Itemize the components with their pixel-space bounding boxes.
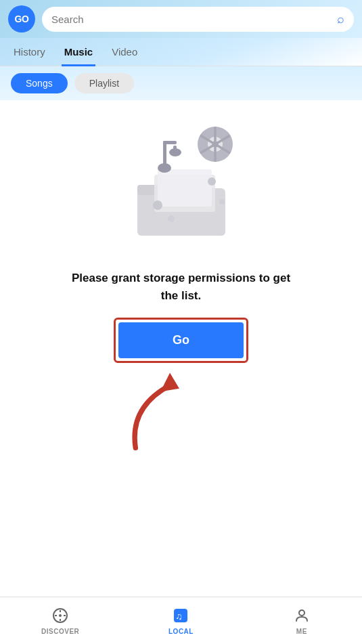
search-input[interactable] bbox=[51, 14, 332, 25]
svg-point-19 bbox=[208, 177, 216, 186]
svg-point-34 bbox=[59, 614, 62, 617]
empty-state-illustration: ♫ bbox=[107, 114, 256, 249]
svg-rect-22 bbox=[163, 141, 166, 169]
svg-point-25 bbox=[169, 148, 181, 156]
compass-icon bbox=[51, 606, 70, 625]
main-content: ♫ bbox=[0, 100, 362, 561]
local-music-icon: ♫ bbox=[171, 606, 190, 625]
bottom-nav: DISCOVER ♫ LOCAL ME bbox=[0, 597, 362, 644]
svg-point-18 bbox=[168, 215, 175, 222]
permission-text: Please grant storage permissions to get … bbox=[66, 270, 296, 304]
me-label: ME bbox=[296, 628, 307, 635]
profile-icon bbox=[292, 606, 311, 625]
arrow-svg bbox=[114, 370, 195, 451]
svg-marker-32 bbox=[160, 373, 179, 392]
tab-history[interactable]: History bbox=[11, 38, 48, 66]
subtab-playlist[interactable]: Playlist bbox=[74, 73, 134, 93]
go-button-highlight: Go bbox=[114, 318, 248, 363]
discover-label: DISCOVER bbox=[41, 628, 79, 635]
subtab-songs[interactable]: Songs bbox=[11, 73, 68, 93]
go-button[interactable]: Go bbox=[118, 322, 244, 358]
svg-text:♫: ♫ bbox=[175, 611, 183, 622]
app-logo[interactable]: GO bbox=[8, 5, 35, 33]
tab-music[interactable]: Music bbox=[62, 38, 96, 66]
sub-tabs: Songs Playlist bbox=[0, 66, 362, 100]
arrow-indicator bbox=[114, 370, 249, 451]
svg-rect-4 bbox=[158, 169, 212, 207]
svg-point-41 bbox=[299, 610, 304, 616]
svg-point-20 bbox=[219, 199, 225, 205]
bottom-nav-me[interactable]: ME bbox=[242, 606, 362, 635]
svg-rect-23 bbox=[163, 141, 177, 144]
bottom-nav-discover[interactable]: DISCOVER bbox=[0, 606, 120, 635]
search-bar[interactable]: ⌕ bbox=[42, 7, 354, 32]
bottom-nav-local[interactable]: ♫ LOCAL bbox=[120, 606, 241, 635]
svg-point-17 bbox=[153, 200, 162, 210]
search-icon[interactable]: ⌕ bbox=[337, 12, 344, 26]
tab-video[interactable]: Video bbox=[109, 38, 140, 66]
local-label: LOCAL bbox=[168, 628, 194, 635]
nav-tabs: History Music Video bbox=[0, 38, 362, 66]
header: GO ⌕ bbox=[0, 0, 362, 38]
